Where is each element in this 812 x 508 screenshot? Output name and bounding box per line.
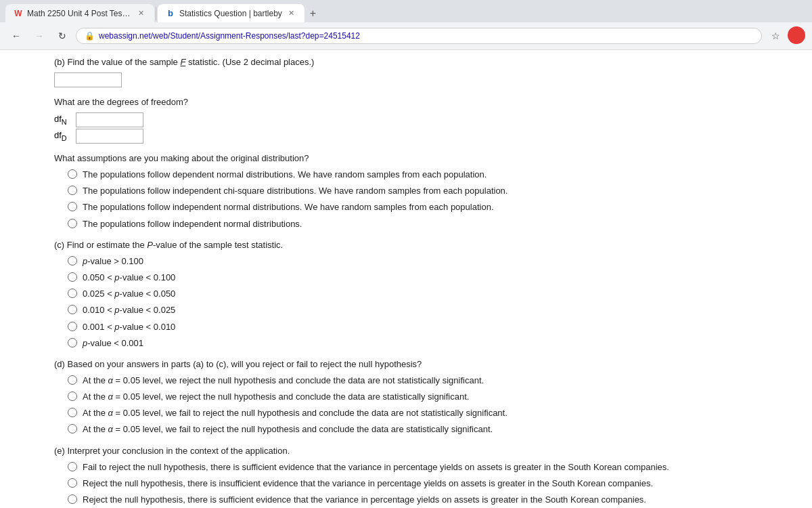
assumptions-label-0: The populations follow dependent normal … bbox=[83, 169, 487, 181]
tab-bar: W Math 2250 Unit 4 Post Test Re ✕ b Stat… bbox=[0, 0, 812, 22]
part-d-label-3: At the α = 0.05 level, we fail to reject… bbox=[83, 423, 493, 436]
part-d-option-3: At the α = 0.05 level, we fail to reject… bbox=[68, 423, 758, 436]
part-b-section: (b) Find the value of the sample F stati… bbox=[54, 57, 758, 87]
part-e-option-0: Fail to reject the null hypothesis, ther… bbox=[68, 461, 758, 473]
tab-close-bartleby[interactable]: ✕ bbox=[286, 8, 296, 18]
part-d-title: (d) Based on your answers in parts (a) t… bbox=[54, 359, 758, 369]
lock-icon: 🔒 bbox=[85, 31, 95, 41]
part-d-option-1: At the α = 0.05 level, we reject the nul… bbox=[68, 391, 758, 403]
back-button[interactable]: ← bbox=[7, 26, 26, 45]
assumptions-option-3: The populations follow independent norma… bbox=[68, 218, 758, 230]
assumptions-radio-3[interactable] bbox=[68, 219, 77, 228]
assumptions-radio-group: The populations follow dependent normal … bbox=[68, 169, 758, 230]
new-tab-button[interactable]: + bbox=[304, 5, 321, 22]
part-c-radio-group: p-value > 0.100 0.050 < p-value < 0.100 … bbox=[68, 255, 758, 350]
part-c-option-1: 0.050 < p-value < 0.100 bbox=[68, 272, 758, 284]
part-c-radio-4[interactable] bbox=[68, 322, 77, 331]
url-text: webassign.net/web/Student/Assignment-Res… bbox=[99, 31, 753, 41]
refresh-button[interactable]: ↻ bbox=[53, 26, 72, 45]
tab-label-bartleby: Statistics Question | bartleby bbox=[179, 9, 282, 18]
assumptions-label-2: The populations follow independent norma… bbox=[83, 201, 494, 213]
part-c-option-0: p-value > 0.100 bbox=[68, 255, 758, 268]
dfD-input[interactable] bbox=[76, 129, 143, 144]
url-bar[interactable]: 🔒 webassign.net/web/Student/Assignment-R… bbox=[76, 28, 762, 44]
p-label: P bbox=[147, 240, 153, 250]
assumptions-label-1: The populations follow independent chi-s… bbox=[83, 185, 508, 197]
part-d-radio-3[interactable] bbox=[68, 424, 77, 433]
nav-actions: ☆ bbox=[766, 26, 805, 45]
part-e-radio-1[interactable] bbox=[68, 478, 77, 488]
part-e-label-2: Reject the null hypothesis, there is suf… bbox=[83, 494, 646, 506]
part-b-title: (b) Find the value of the sample F stati… bbox=[54, 57, 758, 67]
tab-favicon-math: W bbox=[14, 9, 23, 18]
assumptions-title: What assumptions are you making about th… bbox=[54, 153, 758, 163]
profile-button[interactable] bbox=[788, 26, 805, 44]
part-d-option-0: At the α = 0.05 level, we reject the nul… bbox=[68, 375, 758, 387]
bookmark-button[interactable]: ☆ bbox=[766, 26, 785, 45]
part-c-title: (c) Find or estimate the P-value of the … bbox=[54, 240, 758, 250]
tab-math[interactable]: W Math 2250 Unit 4 Post Test Re ✕ bbox=[5, 4, 154, 22]
assumptions-label-3: The populations follow independent norma… bbox=[83, 218, 302, 230]
dof-title: What are the degrees of freedom? bbox=[54, 97, 758, 107]
tab-bartleby[interactable]: b Statistics Question | bartleby ✕ bbox=[158, 4, 304, 22]
assumptions-option-2: The populations follow independent norma… bbox=[68, 201, 758, 213]
part-e-radio-0[interactable] bbox=[68, 462, 77, 471]
assumptions-section: What assumptions are you making about th… bbox=[54, 153, 758, 230]
forward-button[interactable]: → bbox=[30, 26, 49, 45]
part-e-label-1: Reject the null hypothesis, there is ins… bbox=[83, 478, 653, 490]
part-d-radio-2[interactable] bbox=[68, 408, 77, 417]
dfD-row: dfD bbox=[54, 129, 758, 144]
part-d-option-2: At the α = 0.05 level, we fail to reject… bbox=[68, 407, 758, 419]
part-b-input-container bbox=[54, 72, 758, 87]
content-area: (b) Find the value of the sample F stati… bbox=[0, 50, 812, 508]
part-c-label-0: p-value > 0.100 bbox=[83, 255, 143, 268]
dfN-label: dfN bbox=[54, 114, 73, 126]
page-content: (b) Find the value of the sample F stati… bbox=[0, 50, 812, 508]
dfD-label: dfD bbox=[54, 130, 73, 142]
assumptions-option-0: The populations follow dependent normal … bbox=[68, 169, 758, 181]
part-d-label-0: At the α = 0.05 level, we reject the nul… bbox=[83, 375, 484, 387]
part-c-option-2: 0.025 < p-value < 0.050 bbox=[68, 288, 758, 300]
part-c-radio-2[interactable] bbox=[68, 289, 77, 298]
part-e-option-2: Reject the null hypothesis, there is suf… bbox=[68, 494, 758, 506]
part-c-radio-5[interactable] bbox=[68, 338, 77, 347]
assumptions-radio-2[interactable] bbox=[68, 202, 77, 211]
part-c-option-5: p-value < 0.001 bbox=[68, 337, 758, 350]
part-e-radio-2[interactable] bbox=[68, 494, 77, 504]
part-c-option-4: 0.001 < p-value < 0.010 bbox=[68, 321, 758, 333]
part-c-radio-1[interactable] bbox=[68, 272, 77, 282]
part-e-radio-group: Fail to reject the null hypothesis, ther… bbox=[68, 461, 758, 508]
tab-favicon-bartleby: b bbox=[166, 9, 175, 18]
part-e-label-0: Fail to reject the null hypothesis, ther… bbox=[83, 461, 669, 473]
tab-separator bbox=[156, 7, 156, 20]
part-d-radio-0[interactable] bbox=[68, 375, 77, 385]
tab-label-math: Math 2250 Unit 4 Post Test Re bbox=[27, 9, 132, 18]
part-c-option-3: 0.010 < p-value < 0.025 bbox=[68, 304, 758, 316]
part-c-label-4: 0.001 < p-value < 0.010 bbox=[83, 321, 175, 333]
part-d-radio-1[interactable] bbox=[68, 391, 77, 401]
part-d-radio-group: At the α = 0.05 level, we reject the nul… bbox=[68, 375, 758, 436]
nav-bar: ← → ↻ 🔒 webassign.net/web/Student/Assign… bbox=[0, 22, 812, 50]
part-d-label-2: At the α = 0.05 level, we fail to reject… bbox=[83, 407, 508, 419]
part-c-label-3: 0.010 < p-value < 0.025 bbox=[83, 304, 175, 316]
assumptions-radio-0[interactable] bbox=[68, 169, 77, 179]
part-c-label-5: p-value < 0.001 bbox=[83, 337, 143, 350]
part-d-section: (d) Based on your answers in parts (a) t… bbox=[54, 359, 758, 436]
part-c-label-2: 0.025 < p-value < 0.050 bbox=[83, 288, 175, 300]
part-c-radio-0[interactable] bbox=[68, 256, 77, 266]
f-statistic-input[interactable] bbox=[54, 72, 122, 87]
assumptions-radio-1[interactable] bbox=[68, 186, 77, 195]
dfN-sub: N bbox=[62, 118, 67, 126]
part-d-label-1: At the α = 0.05 level, we reject the nul… bbox=[83, 391, 469, 403]
dfN-input[interactable] bbox=[76, 112, 143, 127]
part-c-radio-3[interactable] bbox=[68, 305, 77, 314]
tab-close-math[interactable]: ✕ bbox=[136, 8, 146, 18]
part-e-title: (e) Interpret your conclusion in the con… bbox=[54, 446, 758, 456]
part-e-option-1: Reject the null hypothesis, there is ins… bbox=[68, 478, 758, 490]
dfD-sub: D bbox=[62, 134, 67, 142]
dfN-row: dfN bbox=[54, 112, 758, 127]
degrees-of-freedom-section: What are the degrees of freedom? dfN dfD bbox=[54, 97, 758, 144]
assumptions-option-1: The populations follow independent chi-s… bbox=[68, 185, 758, 197]
part-c-section: (c) Find or estimate the P-value of the … bbox=[54, 240, 758, 350]
part-e-section: (e) Interpret your conclusion in the con… bbox=[54, 446, 758, 508]
